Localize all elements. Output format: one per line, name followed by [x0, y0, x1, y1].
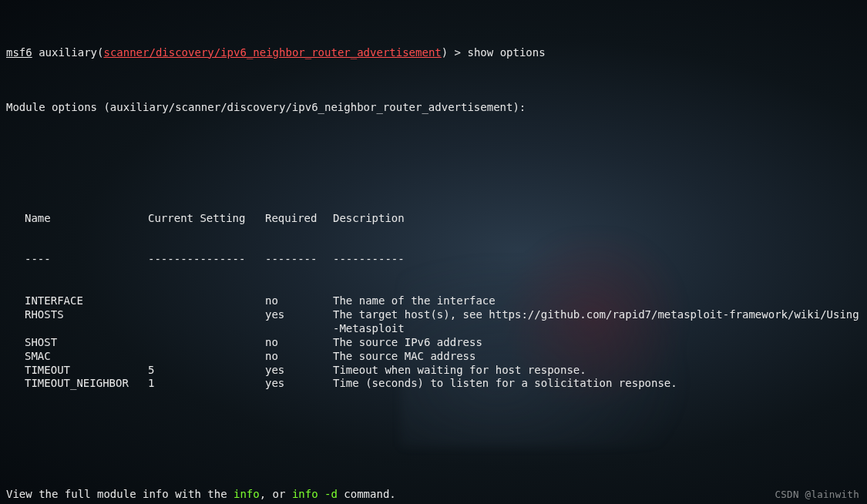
table-header: Name Current Setting Required Descriptio…	[25, 212, 861, 226]
info-d-cmd: info -d	[292, 488, 338, 500]
opt-required: yes	[265, 377, 333, 391]
opt-desc: Time (seconds) to listen for a solicitat…	[333, 377, 861, 391]
col-name: Name	[25, 212, 148, 226]
opt-required: no	[265, 294, 333, 308]
table-row: INTERFACEnoThe name of the interface	[25, 294, 861, 308]
shell-name: msf6	[6, 46, 32, 59]
col-current: Current Setting	[148, 212, 265, 226]
opt-required: no	[265, 336, 333, 350]
opt-name: RHOSTS	[25, 308, 148, 336]
opt-name: SMAC	[25, 350, 148, 364]
table-row: SHOSTnoThe source IPv6 address	[25, 336, 861, 350]
table-row: TIMEOUT5yesTimeout when waiting for host…	[25, 364, 861, 378]
blank	[6, 74, 861, 88]
table-row: SMACnoThe source MAC address	[25, 350, 861, 364]
opt-current	[148, 350, 265, 364]
info-cmd: info	[234, 488, 260, 500]
opt-current: 5	[148, 364, 265, 378]
opt-desc: Timeout when waiting for host response.	[333, 364, 861, 378]
prompt-arrow: >	[455, 46, 461, 59]
table-row: RHOSTSyesThe target host(s), see https:/…	[25, 308, 861, 336]
terminal-output[interactable]: msf6 auxiliary(scanner/discovery/ipv6_ne…	[0, 0, 867, 504]
div-current: ---------------	[148, 253, 265, 267]
opt-current	[148, 294, 265, 308]
prompt-line-1: msf6 auxiliary(scanner/discovery/ipv6_ne…	[6, 46, 861, 60]
blank	[6, 129, 861, 143]
col-required: Required	[265, 212, 333, 226]
opt-name: TIMEOUT	[25, 364, 148, 378]
blank	[6, 432, 861, 446]
blank	[6, 460, 861, 474]
opt-required: yes	[265, 308, 333, 336]
opt-name: INTERFACE	[25, 294, 148, 308]
table-divider: ---- --------------- -------- ----------…	[25, 253, 861, 267]
opt-current	[148, 308, 265, 336]
prompt-ctx: auxiliary	[39, 46, 97, 59]
opt-desc: The source MAC address	[333, 350, 861, 364]
opt-name: SHOST	[25, 336, 148, 350]
opt-current: 1	[148, 377, 265, 391]
opt-desc: The name of the interface	[333, 294, 861, 308]
div-desc: -----------	[333, 253, 861, 267]
opt-desc: The target host(s), see https://github.c…	[333, 308, 861, 336]
module-options-header: Module options (auxiliary/scanner/discov…	[6, 101, 861, 115]
options-table: Name Current Setting Required Descriptio…	[6, 184, 861, 405]
div-name: ----	[25, 253, 148, 267]
hint-post: command.	[338, 488, 396, 500]
div-required: --------	[265, 253, 333, 267]
hint-pre: View the full module info with the	[6, 488, 234, 500]
cmd-show-options: show options	[467, 46, 545, 59]
info-hint: View the full module info with the info,…	[6, 488, 861, 502]
opt-required: no	[265, 350, 333, 364]
col-desc: Description	[333, 212, 861, 226]
opt-current	[148, 336, 265, 350]
opt-desc: The source IPv6 address	[333, 336, 861, 350]
opt-required: yes	[265, 364, 333, 378]
table-row: TIMEOUT_NEIGHBOR1yesTime (seconds) to li…	[25, 377, 861, 391]
watermark: CSDN @lainwith	[775, 489, 859, 501]
module-path: scanner/discovery/ipv6_neighbor_router_a…	[103, 46, 441, 59]
hint-mid: , or	[260, 488, 292, 500]
opt-name: TIMEOUT_NEIGHBOR	[25, 377, 148, 391]
